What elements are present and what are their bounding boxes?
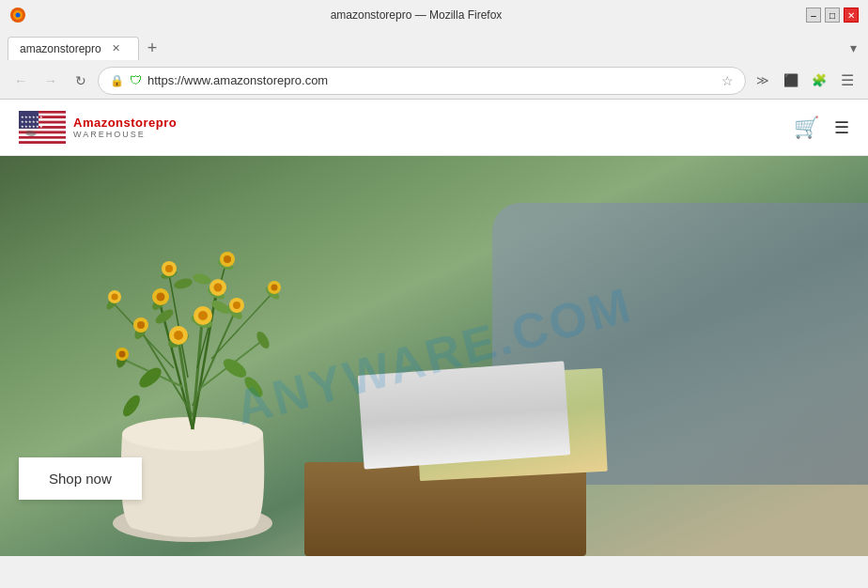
refresh-button[interactable]: ↻ (68, 68, 94, 94)
extensions2-button[interactable]: 🧩 (806, 68, 832, 94)
svg-point-74 (173, 277, 194, 291)
svg-rect-10 (19, 129, 66, 132)
svg-rect-13 (19, 136, 66, 139)
svg-line-23 (193, 321, 202, 429)
svg-point-55 (137, 321, 145, 329)
svg-point-57 (233, 302, 240, 309)
shop-now-button[interactable]: Shop now (19, 457, 142, 500)
svg-point-47 (174, 331, 183, 340)
hero-section: ANYWARE.COM Shop now (0, 156, 868, 556)
browser-tab[interactable]: amazonstorepro ✕ (8, 37, 139, 60)
back-button[interactable]: ← (8, 68, 34, 94)
svg-point-49 (198, 311, 208, 320)
new-tab-button[interactable]: + (139, 35, 165, 61)
close-button[interactable]: ✕ (844, 8, 859, 23)
svg-point-63 (224, 255, 231, 263)
browser-window: amazonstorepro — Mozilla Firefox – □ ✕ a… (0, 0, 868, 556)
svg-point-69 (221, 355, 250, 381)
svg-point-53 (214, 284, 223, 292)
svg-point-59 (119, 351, 126, 358)
window-title: amazonstorepro — Mozilla Firefox (26, 8, 806, 22)
svg-rect-12 (19, 133, 66, 136)
svg-rect-14 (19, 139, 66, 142)
svg-point-70 (120, 393, 144, 419)
menu-button[interactable]: ☰ (834, 68, 860, 94)
svg-text:★★★★★★: ★★★★★★ (21, 124, 43, 129)
window-controls: – □ ✕ (806, 8, 859, 23)
svg-point-61 (165, 265, 173, 272)
svg-point-67 (271, 285, 278, 291)
tab-close-button[interactable]: ✕ (109, 41, 124, 56)
extensions-button[interactable]: ≫ (750, 68, 776, 94)
logo-name: Amazonstorepro (73, 116, 177, 130)
svg-point-51 (157, 293, 165, 302)
firefox-icon (9, 7, 26, 23)
navigation-bar: ← → ↻ 🔒 🛡 ☆ ≫ ⬛ 🧩 ☰ (0, 62, 868, 100)
tab-bar: amazonstorepro ✕ + ▾ (0, 30, 868, 62)
logo-flag-icon: ★★★★★★ ★★★★★ ★★★★★★ (19, 111, 66, 144)
maximize-button[interactable]: □ (825, 8, 840, 23)
logo-text-block: Amazonstorepro WAREHOUSE (73, 116, 177, 139)
tab-label: amazonstorepro (20, 42, 101, 55)
bookmark-star-icon[interactable]: ☆ (721, 73, 734, 88)
security-icon: 🔒 (110, 74, 124, 87)
address-bar-container: 🔒 🛡 ☆ (98, 67, 746, 95)
svg-point-41 (255, 330, 272, 350)
minimize-button[interactable]: – (806, 8, 821, 23)
svg-point-71 (241, 374, 266, 400)
svg-point-2 (16, 13, 21, 18)
magazine-decoration (358, 361, 570, 469)
shield-icon: 🛡 (130, 73, 142, 87)
cart-icon[interactable]: 🛒 (794, 116, 819, 140)
nav-extras: ≫ ⬛ 🧩 ☰ (750, 68, 860, 94)
svg-rect-15 (19, 141, 66, 144)
website-content: ★★★★★★ ★★★★★ ★★★★★★ Amazonstorepro WAREH… (0, 100, 868, 556)
pocket-button[interactable]: ⬛ (778, 68, 804, 94)
site-header: ★★★★★★ ★★★★★ ★★★★★★ Amazonstorepro WAREH… (0, 100, 868, 156)
site-header-right: 🛒 ☰ (794, 116, 849, 140)
title-bar: amazonstorepro — Mozilla Firefox – □ ✕ (0, 0, 868, 30)
svg-point-75 (192, 272, 212, 286)
svg-point-65 (112, 294, 118, 301)
forward-button[interactable]: → (38, 68, 64, 94)
address-input[interactable] (147, 73, 716, 87)
site-logo: ★★★★★★ ★★★★★ ★★★★★★ Amazonstorepro WAREH… (19, 111, 177, 144)
tabs-menu-button[interactable]: ▾ (846, 37, 860, 59)
title-bar-left (9, 7, 26, 23)
hamburger-menu-icon[interactable]: ☰ (834, 117, 849, 138)
logo-subtitle: WAREHOUSE (73, 130, 177, 139)
